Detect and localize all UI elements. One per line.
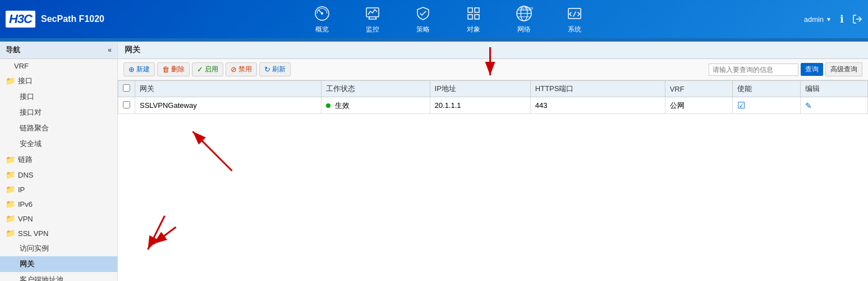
row-edit: ✎ <box>800 97 867 114</box>
code-icon <box>566 4 584 22</box>
sidebar-group-dns[interactable]: 📁 DNS <box>0 167 117 182</box>
svg-text:INTERNET: INTERNET <box>520 7 533 11</box>
search-button[interactable]: 查询 <box>801 63 823 76</box>
client-addr-pool-label: 客户端地址池 <box>20 275 63 281</box>
nav-object-label: 对象 <box>467 25 480 34</box>
table-wrapper: 网关 工作状态 IP地址 HTTPS端口 VRF 使能 编辑 SSLV <box>118 80 868 281</box>
row-checkbox[interactable] <box>123 101 130 108</box>
col-ip: IP地址 <box>430 81 530 97</box>
edit-icon[interactable]: ✎ <box>805 101 812 110</box>
folder-icon-dns: 📁 <box>6 170 15 179</box>
folder-icon-link: 📁 <box>6 155 15 164</box>
sidebar-group-vpn[interactable]: 📁 VPN <box>0 211 117 226</box>
vpn-label: VPN <box>18 215 33 223</box>
interface-group-label: 接口 <box>18 76 33 86</box>
row-status: 生效 <box>322 97 430 114</box>
row-gateway-name: SSLVPNGateway <box>135 97 322 114</box>
link-agg-label: 链路聚合 <box>20 123 49 133</box>
enabled-checkbox[interactable]: ☑ <box>737 101 745 110</box>
sidebar-item-access-instance[interactable]: 访问实例 <box>0 241 117 256</box>
dropdown-icon: ▼ <box>826 16 832 22</box>
logo-area: H3C SecPath F1020 <box>6 11 118 28</box>
sidebar-group-interface[interactable]: 📁 接口 <box>0 73 117 89</box>
disable-button[interactable]: ⊘ 禁用 <box>226 62 257 76</box>
nav-monitor[interactable]: 监控 <box>359 4 387 34</box>
col-edit: 编辑 <box>800 81 867 97</box>
enable-label: 启用 <box>205 65 218 74</box>
folder-icon-ip: 📁 <box>6 185 15 194</box>
nav-policy-label: 策略 <box>416 25 430 34</box>
main-layout: 导航 « VRF 📁 接口 接口 接口对 链路聚合 安全域 📁 链路 📁 DNS <box>0 42 868 281</box>
sidebar-item-interface[interactable]: 接口 <box>0 89 117 105</box>
sidebar-item-link-agg[interactable]: 链路聚合 <box>0 120 117 136</box>
add-button[interactable]: ⊕ 新建 <box>123 62 155 76</box>
trash-icon: 🗑 <box>162 65 169 74</box>
nav-system-label: 系统 <box>568 25 581 34</box>
disable-label: 禁用 <box>238 65 252 74</box>
col-enabled: 使能 <box>733 81 800 97</box>
link-label: 链路 <box>18 155 33 165</box>
status-text: 生效 <box>335 101 350 110</box>
svg-rect-9 <box>475 15 479 19</box>
sidebar-item-client-addr-pool[interactable]: 客户端地址池 <box>0 272 117 281</box>
nav-object[interactable]: 对象 <box>460 4 488 34</box>
info-button[interactable]: ℹ <box>840 13 844 25</box>
svg-rect-7 <box>475 8 479 12</box>
access-instance-label: 访问实例 <box>20 243 49 253</box>
sidebar-item-gateway[interactable]: 网关 <box>0 256 117 272</box>
svg-point-1 <box>321 12 323 15</box>
ipv6-label: IPv6 <box>18 200 33 209</box>
sidebar-header: 导航 « <box>0 42 117 59</box>
enable-button[interactable]: ✓ 启用 <box>192 62 223 76</box>
col-status: 工作状态 <box>322 81 430 97</box>
search-input[interactable] <box>709 64 798 76</box>
sidebar-group-link[interactable]: 📁 链路 <box>0 152 117 167</box>
delete-button[interactable]: 🗑 删除 <box>157 62 190 76</box>
sidebar: 导航 « VRF 📁 接口 接口 接口对 链路聚合 安全域 📁 链路 📁 DNS <box>0 42 118 281</box>
row-https-port: 443 <box>530 97 665 114</box>
security-zone-label: 安全域 <box>20 139 42 149</box>
refresh-label: 刷新 <box>272 65 286 74</box>
nav-overview[interactable]: 概览 <box>308 4 336 34</box>
sidebar-group-ip[interactable]: 📁 IP <box>0 182 117 197</box>
table-row: SSLVPNGateway 生效 20.1.1.1 443 公网 ☑ ✎ <box>118 97 868 114</box>
ssl-vpn-label: SSL VPN <box>18 229 48 238</box>
col-checkbox <box>118 81 135 97</box>
add-label: 新建 <box>136 65 150 74</box>
folder-icon-ssl-vpn: 📁 <box>6 229 15 238</box>
content-title: 网关 <box>118 42 868 59</box>
advanced-search-button[interactable]: 高级查询 <box>825 62 862 76</box>
nav-system[interactable]: 系统 <box>561 4 589 34</box>
toolbar: ⊕ 新建 🗑 删除 ✓ 启用 ⊘ 禁用 ↻ 刷新 查询 <box>118 59 868 80</box>
user-menu[interactable]: admin ▼ <box>804 15 832 24</box>
col-vrf: VRF <box>665 81 732 97</box>
folder-icon-ipv6: 📁 <box>6 200 15 209</box>
svg-rect-8 <box>468 15 472 19</box>
table-header-row: 网关 工作状态 IP地址 HTTPS端口 VRF 使能 编辑 <box>118 81 868 97</box>
nav-network-label: 网络 <box>517 25 531 34</box>
chart-icon <box>364 4 382 22</box>
plus-icon: ⊕ <box>128 65 135 74</box>
nav-overview-label: 概览 <box>315 25 329 34</box>
sidebar-item-interface-pair[interactable]: 接口对 <box>0 105 117 120</box>
sidebar-group-ipv6[interactable]: 📁 IPv6 <box>0 197 117 211</box>
logout-button[interactable] <box>852 14 862 24</box>
sidebar-item-security-zone[interactable]: 安全域 <box>0 136 117 152</box>
delete-label: 删除 <box>171 65 185 74</box>
username: admin <box>804 15 824 24</box>
col-gateway: 网关 <box>135 81 322 97</box>
nav-monitor-label: 监控 <box>366 25 379 34</box>
sidebar-item-vrf[interactable]: VRF <box>0 59 117 73</box>
folder-icon-vpn: 📁 <box>6 214 15 223</box>
refresh-button[interactable]: ↻ 刷新 <box>259 62 291 76</box>
shield-icon <box>414 4 432 22</box>
select-all-checkbox[interactable] <box>123 84 130 92</box>
sidebar-collapse-btn[interactable]: « <box>108 46 112 54</box>
sidebar-title: 导航 <box>6 45 20 55</box>
header: H3C SecPath F1020 概览 <box>0 0 868 38</box>
nav-network[interactable]: INTERNET 网络 <box>510 4 538 34</box>
gateway-label: 网关 <box>20 259 34 269</box>
ip-label: IP <box>18 185 25 194</box>
nav-policy[interactable]: 策略 <box>409 4 437 34</box>
sidebar-group-ssl-vpn[interactable]: 📁 SSL VPN <box>0 226 117 241</box>
